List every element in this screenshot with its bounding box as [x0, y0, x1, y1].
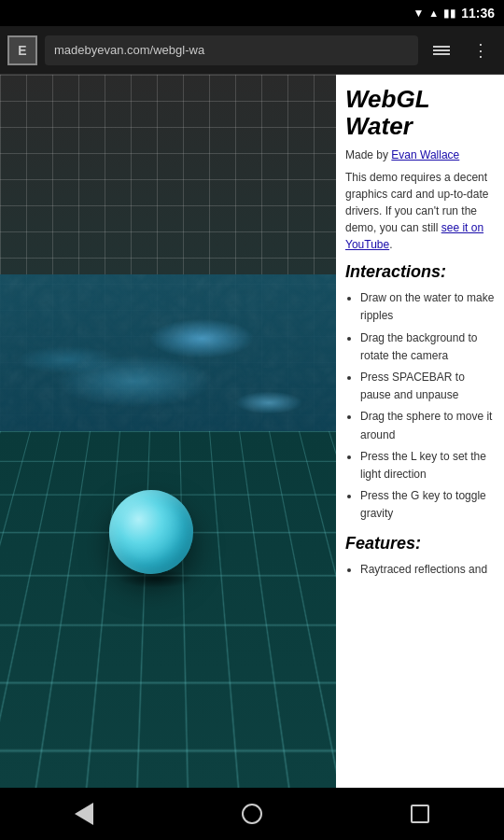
author-link[interactable]: Evan Wallace — [391, 148, 459, 161]
features-list: Raytraced reflections and — [345, 561, 495, 579]
status-bar: ▼ ▲ ▮▮ 11:36 — [0, 0, 504, 26]
content-area: WebGLWater Made by Evan Wallace This dem… — [0, 75, 504, 788]
list-item: Draw on the water to make ripples — [360, 289, 495, 325]
tabs-button[interactable] — [426, 42, 457, 59]
interactions-title: Interactions: — [345, 262, 495, 282]
browser-logo: E — [7, 35, 37, 65]
wifi-icon: ▼ — [413, 7, 424, 20]
back-button[interactable] — [61, 795, 107, 833]
browser-bar: E madebyevan.com/webgl-wa ⋮ — [0, 26, 504, 75]
home-icon — [242, 804, 262, 824]
page-title: WebGLWater — [345, 86, 495, 139]
list-item: Raytraced reflections and — [360, 561, 495, 579]
list-item: Drag the background to rotate the camera — [360, 329, 495, 365]
menu-button[interactable]: ⋮ — [465, 36, 497, 64]
pool-floor — [0, 431, 336, 788]
battery-icon: ▮▮ — [443, 7, 456, 20]
recent-icon — [411, 805, 429, 823]
signal-icon: ▲ — [428, 7, 439, 19]
bottom-nav — [0, 788, 504, 840]
interactions-list: Draw on the water to make ripples Drag t… — [345, 289, 495, 523]
list-item: Press the L key to set the light directi… — [360, 448, 495, 483]
list-item: Press SPACEBAR to pause and unpause — [360, 369, 495, 404]
pool-scene — [0, 75, 336, 788]
floor-grid — [0, 431, 336, 788]
recent-apps-button[interactable] — [397, 795, 443, 833]
home-button[interactable] — [229, 795, 275, 833]
status-icons: ▼ ▲ ▮▮ 11:36 — [413, 6, 495, 21]
url-bar[interactable]: madebyevan.com/webgl-wa — [45, 35, 418, 65]
right-panel: WebGLWater Made by Evan Wallace This dem… — [336, 75, 504, 788]
water-sphere[interactable] — [109, 490, 193, 574]
list-item: Press the G key to toggle gravity — [360, 487, 495, 523]
status-time: 11:36 — [461, 6, 495, 21]
webgl-canvas[interactable] — [0, 75, 336, 788]
features-title: Features: — [345, 534, 495, 553]
back-icon — [75, 803, 93, 825]
author-line: Made by Evan Wallace — [345, 148, 495, 161]
description-text: This demo requires a decent graphics car… — [345, 169, 495, 253]
list-item: Drag the sphere to move it around — [360, 408, 495, 443]
